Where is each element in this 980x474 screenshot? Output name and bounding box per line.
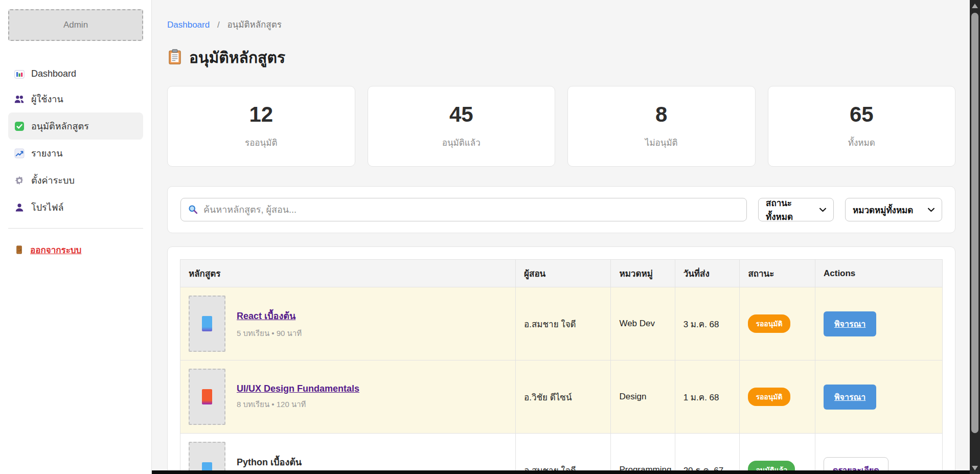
- instructor-cell: อ.สมชาย ใจดี: [516, 434, 611, 474]
- sidebar: Admin Dashboard ผู้ใช้งาน อนุมัติหลักสูต…: [0, 0, 152, 474]
- breadcrumb: Dashboard / อนุมัติหลักสูตร: [167, 17, 955, 31]
- breadcrumb-dashboard-link[interactable]: Dashboard: [167, 20, 210, 30]
- column-header-course: หลักสูตร: [180, 260, 516, 287]
- table-row: UI/UX Design Fundamentals 8 บทเรียน • 12…: [180, 360, 943, 434]
- book-icon: [202, 389, 212, 404]
- sidebar-divider: [8, 228, 143, 229]
- stat-card-approved: 45 อนุมัติแล้ว: [368, 86, 556, 167]
- table-row: Python เบื้องต้น 8 บทเรียน • 120 นาที อ.…: [180, 434, 943, 474]
- sidebar-item-label: อนุมัติหลักสูตร: [31, 119, 89, 133]
- filter-bar: สถานะทั้งหมด หมวดหมู่ทั้งหมด: [167, 186, 955, 233]
- logout-link[interactable]: ออกจากระบบ: [8, 240, 143, 260]
- category-cell: Web Dev: [611, 287, 675, 360]
- instructor-cell: อ.สมชาย ใจดี: [516, 287, 611, 360]
- stat-value: 8: [655, 104, 667, 125]
- stat-label: อนุมัติแล้ว: [442, 136, 481, 149]
- courses-table: หลักสูตร ผู้สอน หมวดหมู่ วันที่ส่ง สถานะ…: [180, 259, 943, 474]
- course-title-link[interactable]: React เบื้องต้น: [237, 308, 295, 323]
- course-cell: React เบื้องต้น 5 บทเรียน • 90 นาที: [189, 296, 507, 352]
- status-filter-select[interactable]: สถานะทั้งหมด: [758, 198, 834, 221]
- course-title: Python เบื้องต้น: [237, 455, 302, 469]
- course-meta: 5 บทเรียน • 90 นาที: [237, 327, 302, 340]
- category-filter-select[interactable]: หมวดหมู่ทั้งหมด: [845, 198, 942, 221]
- table-header-row: หลักสูตร ผู้สอน หมวดหมู่ วันที่ส่ง สถานะ…: [180, 260, 943, 287]
- course-cell: UI/UX Design Fundamentals 8 บทเรียน • 12…: [189, 369, 507, 425]
- person-icon: [14, 202, 25, 213]
- stat-label: รออนุมัติ: [245, 136, 277, 149]
- column-header-instructor: ผู้สอน: [516, 260, 611, 287]
- course-info: React เบื้องต้น 5 บทเรียน • 90 นาที: [237, 308, 302, 340]
- main-content: Dashboard / อนุมัติหลักสูตร อนุมัติหลักส…: [152, 0, 970, 474]
- course-cell: Python เบื้องต้น 8 บทเรียน • 120 นาที: [189, 442, 507, 474]
- review-button[interactable]: พิจารณา: [824, 311, 876, 336]
- stat-label: ทั้งหมด: [848, 136, 875, 149]
- courses-table-card: หลักสูตร ผู้สอน หมวดหมู่ วันที่ส่ง สถานะ…: [167, 246, 955, 474]
- clipboard-icon: [167, 49, 183, 67]
- stat-value: 45: [449, 104, 473, 125]
- sidebar-item-reports[interactable]: รายงาน: [8, 140, 143, 167]
- door-icon: [14, 245, 25, 255]
- page-title: อนุมัติหลักสูตร: [189, 46, 285, 70]
- sidebar-item-label: โปรไฟล์: [31, 200, 64, 215]
- review-button[interactable]: พิจารณา: [824, 385, 876, 410]
- sidebar-item-settings[interactable]: ตั้งค่าระบบ: [8, 167, 143, 194]
- scroll-down-arrow[interactable]: [972, 466, 978, 470]
- breadcrumb-current: อนุมัติหลักสูตร: [227, 20, 282, 30]
- chevron-down-icon: [928, 205, 935, 215]
- breadcrumb-separator: /: [217, 20, 220, 30]
- logout-label: ออกจากระบบ: [30, 243, 81, 257]
- course-meta: 8 บทเรียน • 120 นาที: [237, 398, 359, 411]
- column-header-status: สถานะ: [740, 260, 815, 287]
- date-cell: 20 ธ.ค. 67: [675, 434, 740, 474]
- sidebar-item-label: รายงาน: [31, 146, 63, 161]
- search-input[interactable]: [180, 198, 747, 221]
- book-icon: [202, 316, 212, 331]
- sidebar-item-label: ตั้งค่าระบบ: [31, 173, 75, 188]
- sidebar-item-profile[interactable]: โปรไฟล์: [8, 194, 143, 221]
- course-thumbnail-placeholder: [189, 442, 225, 474]
- gear-icon: [14, 175, 25, 186]
- stat-card-total: 65 ทั้งหมด: [768, 86, 956, 167]
- column-header-date: วันที่ส่ง: [675, 260, 740, 287]
- chart-up-icon: [14, 148, 25, 159]
- sidebar-item-dashboard[interactable]: Dashboard: [8, 62, 143, 85]
- category-cell: Programming: [611, 434, 675, 474]
- scrollbar-thumb[interactable]: [971, 13, 978, 433]
- column-header-actions: Actions: [815, 260, 942, 287]
- page-title-row: อนุมัติหลักสูตร: [167, 46, 955, 70]
- stat-value: 12: [249, 104, 273, 125]
- course-thumbnail-placeholder: [189, 369, 225, 425]
- bottom-dark-bar: [152, 470, 970, 474]
- brand-label: Admin: [63, 20, 88, 30]
- category-filter-value: หมวดหมู่ทั้งหมด: [853, 203, 913, 217]
- status-badge: รออนุมัติ: [748, 388, 790, 406]
- stat-label: ไม่อนุมัติ: [645, 136, 678, 149]
- date-cell: 3 ม.ค. 68: [675, 287, 740, 360]
- status-filter-value: สถานะทั้งหมด: [766, 196, 814, 223]
- chevron-down-icon: [819, 205, 826, 215]
- status-badge: รออนุมัติ: [748, 314, 790, 333]
- course-title-link[interactable]: UI/UX Design Fundamentals: [237, 383, 359, 394]
- sidebar-nav: Dashboard ผู้ใช้งาน อนุมัติหลักสูตร รายง…: [8, 62, 143, 221]
- bar-chart-icon: [14, 69, 25, 79]
- date-cell: 1 ม.ค. 68: [675, 360, 740, 434]
- app-root: Admin Dashboard ผู้ใช้งาน อนุมัติหลักสูต…: [0, 0, 980, 474]
- admin-brand-box: Admin: [8, 9, 143, 41]
- course-info: UI/UX Design Fundamentals 8 บทเรียน • 12…: [237, 383, 359, 411]
- scroll-up-arrow[interactable]: [972, 4, 978, 8]
- table-row: React เบื้องต้น 5 บทเรียน • 90 นาที อ.สม…: [180, 287, 943, 360]
- sidebar-item-users[interactable]: ผู้ใช้งาน: [8, 85, 143, 112]
- column-header-category: หมวดหมู่: [611, 260, 675, 287]
- search-wrap: [180, 198, 747, 221]
- stat-card-pending: 12 รออนุมัติ: [167, 86, 355, 167]
- stat-card-rejected: 8 ไม่อนุมัติ: [567, 86, 756, 167]
- users-icon: [14, 94, 25, 104]
- sidebar-item-course-approval[interactable]: อนุมัติหลักสูตร: [8, 112, 143, 140]
- check-icon: [14, 121, 25, 131]
- course-thumbnail-placeholder: [189, 296, 225, 352]
- instructor-cell: อ.วิชัย ดีไซน์: [516, 360, 611, 434]
- sidebar-item-label: ผู้ใช้งาน: [31, 92, 63, 106]
- scrollbar[interactable]: [970, 0, 980, 474]
- stat-cards: 12 รออนุมัติ 45 อนุมัติแล้ว 8 ไม่อนุมัติ…: [167, 86, 955, 167]
- category-cell: Design: [611, 360, 675, 434]
